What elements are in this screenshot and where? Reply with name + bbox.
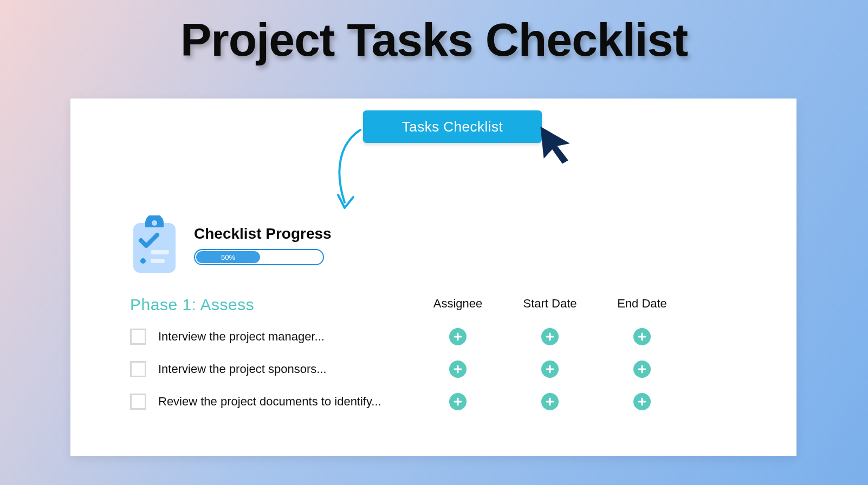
- tasks-table: Assignee Start Date End Date Interview t…: [130, 297, 737, 418]
- progress-percent-label: 50%: [221, 253, 235, 261]
- column-end-date: End Date: [596, 297, 688, 311]
- add-assignee-button[interactable]: [449, 393, 467, 410]
- plus-icon: [454, 365, 462, 373]
- plus-icon: [638, 397, 646, 406]
- plus-icon: [454, 332, 462, 341]
- svg-rect-0: [133, 223, 176, 273]
- add-start-date-button[interactable]: [541, 361, 559, 378]
- add-assignee-button[interactable]: [449, 361, 467, 378]
- table-row: Interview the project sponsors...: [130, 353, 737, 385]
- task-checkbox[interactable]: [130, 361, 146, 377]
- task-checkbox[interactable]: [130, 329, 146, 345]
- plus-icon: [546, 332, 554, 341]
- progress-title: Checklist Progress: [194, 225, 332, 243]
- curved-arrow-icon: [331, 127, 368, 213]
- clipboard-check-icon: [130, 215, 179, 275]
- cursor-icon: [535, 122, 578, 165]
- tasks-checklist-button[interactable]: Tasks Checklist: [363, 110, 542, 143]
- add-end-date-button[interactable]: [633, 361, 651, 378]
- plus-icon: [454, 397, 462, 406]
- add-start-date-button[interactable]: [541, 393, 559, 410]
- progress-bar-fill: 50%: [196, 251, 260, 263]
- svg-point-4: [140, 258, 146, 264]
- svg-rect-2: [151, 250, 169, 254]
- plus-icon: [546, 365, 554, 373]
- table-row: Interview the project manager...: [130, 320, 737, 353]
- column-start-date: Start Date: [504, 297, 596, 311]
- plus-icon: [638, 332, 646, 341]
- add-assignee-button[interactable]: [449, 328, 467, 345]
- top-row: Tasks Checklist: [130, 110, 737, 213]
- task-checkbox[interactable]: [130, 394, 146, 410]
- table-row: Review the project documents to identify…: [130, 385, 737, 418]
- svg-point-1: [152, 220, 157, 226]
- svg-rect-3: [151, 259, 165, 263]
- task-label: Review the project documents to identify…: [158, 395, 381, 409]
- page-title: Project Tasks Checklist: [0, 0, 868, 67]
- task-label: Interview the project sponsors...: [158, 362, 327, 376]
- add-end-date-button[interactable]: [633, 328, 651, 345]
- column-assignee: Assignee: [412, 297, 504, 311]
- progress-block: Checklist Progress 50%: [194, 225, 332, 265]
- progress-row: Checklist Progress 50%: [130, 215, 737, 275]
- checklist-card: Tasks Checklist Checklist Progress 50%: [70, 99, 796, 456]
- add-start-date-button[interactable]: [541, 328, 559, 345]
- task-label: Interview the project manager...: [158, 330, 325, 344]
- progress-bar: 50%: [194, 249, 324, 265]
- plus-icon: [638, 365, 646, 373]
- plus-icon: [546, 397, 554, 406]
- add-end-date-button[interactable]: [633, 393, 651, 410]
